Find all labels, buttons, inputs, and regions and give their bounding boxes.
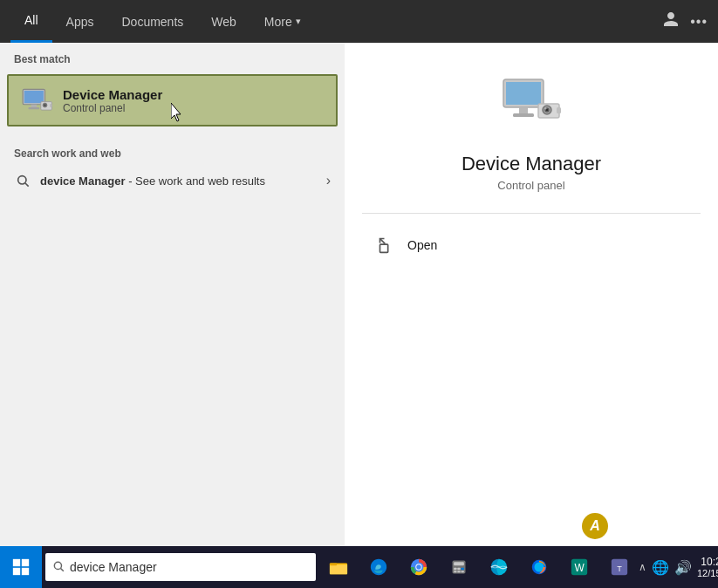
taskbar-icon-calculator[interactable]: [440, 548, 478, 586]
divider: [362, 213, 701, 214]
svg-line-21: [380, 239, 386, 244]
taskbar-icon-media[interactable]: [480, 548, 518, 586]
open-label: Open: [407, 238, 437, 252]
svg-rect-7: [50, 104, 51, 107]
media-icon: [489, 557, 509, 578]
taskbar-icon-chrome[interactable]: [400, 548, 438, 586]
app-detail-name: Device Manager: [462, 153, 601, 175]
tab-all[interactable]: All: [10, 0, 52, 43]
taskbar: W T ∧ 🌐 🔊 10:25 AM 12/15/2021: [0, 546, 718, 588]
chevron-down-icon: ▾: [296, 16, 301, 27]
svg-rect-36: [457, 568, 460, 571]
app-detail-sub: Control panel: [497, 179, 564, 192]
nav-right-actions: •••: [662, 10, 708, 32]
file-explorer-icon: [328, 557, 349, 578]
svg-rect-38: [454, 571, 456, 572]
best-match-name: Device Manager: [63, 87, 325, 102]
open-action[interactable]: Open: [362, 228, 701, 263]
svg-line-27: [61, 568, 64, 571]
tab-web[interactable]: Web: [197, 0, 250, 43]
svg-rect-23: [22, 559, 29, 566]
search-panel: All Apps Documents Web More ▾ ••• Best: [0, 0, 718, 546]
tab-documents[interactable]: Documents: [107, 0, 197, 43]
web-search-item[interactable]: device Manager - See work and web result…: [0, 165, 345, 196]
tab-apps[interactable]: Apps: [52, 0, 108, 43]
chrome-icon: [408, 557, 429, 578]
svg-rect-24: [13, 568, 20, 575]
svg-point-19: [545, 108, 547, 110]
search-content: Best match: [0, 43, 718, 546]
device-manager-icon-large: [496, 69, 566, 139]
more-options-icon[interactable]: •••: [690, 14, 708, 30]
person-icon[interactable]: [662, 10, 680, 32]
best-match-text: Device Manager Control panel: [63, 87, 325, 114]
svg-rect-25: [22, 568, 29, 575]
watermark-logo: A: [582, 513, 608, 539]
taskbar-search-input[interactable]: [70, 560, 309, 574]
search-nav: All Apps Documents Web More ▾ •••: [0, 0, 718, 43]
svg-point-17: [546, 109, 548, 111]
svg-point-26: [54, 562, 61, 569]
best-match-item[interactable]: Device Manager Control panel: [7, 74, 338, 126]
svg-rect-11: [506, 82, 541, 105]
taskbar-search-icon: [52, 560, 65, 575]
svg-rect-1: [24, 91, 44, 103]
taskbar-icon-file-explorer[interactable]: [319, 548, 358, 586]
svg-text:W: W: [574, 562, 585, 574]
taskbar-app-icons: W T: [319, 548, 639, 586]
svg-rect-12: [519, 107, 528, 114]
left-panel: Best match: [0, 43, 345, 546]
clock-time: 10:25 AM: [701, 556, 718, 568]
svg-rect-18: [557, 107, 561, 113]
taskbar-icon-firefox[interactable]: [520, 548, 558, 586]
tray-icon-network[interactable]: 🌐: [652, 559, 669, 576]
search-icon-small: [14, 172, 31, 189]
svg-rect-22: [13, 559, 20, 566]
clock-date: 12/15/2021: [697, 568, 718, 578]
svg-point-32: [416, 564, 421, 570]
taskbar-right: ∧ 🌐 🔊 10:25 AM 12/15/2021: [639, 556, 718, 578]
svg-point-8: [18, 176, 26, 184]
web-section-label: Search work and web: [0, 137, 345, 165]
start-button[interactable]: [0, 546, 42, 588]
svg-rect-29: [330, 563, 337, 565]
firefox-icon: [529, 557, 550, 578]
tab-more[interactable]: More ▾: [250, 0, 315, 43]
tray-icon-up[interactable]: ∧: [639, 561, 646, 573]
chevron-right-icon: ›: [326, 173, 331, 188]
svg-rect-13: [513, 113, 534, 117]
taskbar-icon-edge[interactable]: [359, 548, 398, 586]
tray-icon-sound[interactable]: 🔊: [674, 559, 692, 576]
taskbar-search-box[interactable]: [45, 553, 316, 581]
svg-line-9: [25, 183, 29, 187]
best-match-sub: Control panel: [63, 102, 325, 114]
web-search-text: device Manager - See work and web result…: [40, 174, 326, 188]
calculator-icon: [448, 557, 469, 578]
svg-rect-39: [457, 571, 460, 572]
svg-rect-34: [454, 562, 464, 565]
svg-rect-3: [29, 107, 40, 109]
action-list: Open: [362, 228, 701, 263]
svg-rect-20: [380, 244, 388, 252]
watermark: A APPUALS: [582, 513, 709, 539]
best-match-label: Best match: [0, 43, 345, 71]
taskbar-icon-app1[interactable]: W: [560, 548, 598, 586]
device-manager-icon-small: [19, 83, 54, 118]
taskbar-icon-teams[interactable]: T: [600, 548, 639, 586]
svg-rect-40: [462, 571, 464, 572]
svg-rect-37: [462, 568, 464, 571]
tray-icons: ∧ 🌐 🔊 10:25 AM 12/15/2021: [639, 556, 718, 578]
right-panel: Device Manager Control panel Open: [345, 43, 718, 546]
svg-point-6: [44, 104, 45, 106]
app1-icon: W: [569, 557, 590, 578]
svg-rect-35: [454, 568, 456, 571]
svg-text:T: T: [617, 564, 622, 573]
edge-icon: [368, 557, 389, 578]
open-icon: [376, 235, 397, 256]
teams-icon: T: [609, 557, 630, 578]
